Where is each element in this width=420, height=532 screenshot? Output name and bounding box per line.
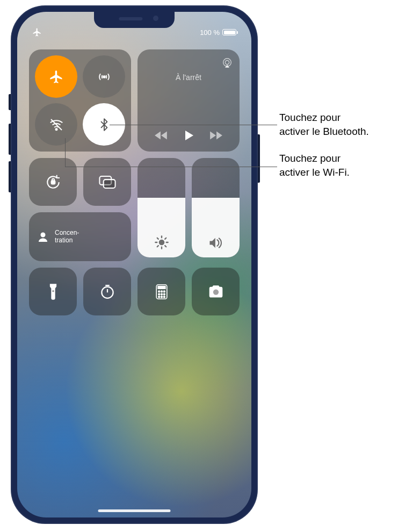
- camera-button[interactable]: [192, 268, 240, 315]
- cellular-data-toggle[interactable]: [83, 55, 125, 98]
- svg-point-27: [158, 293, 160, 295]
- svg-rect-7: [103, 179, 115, 188]
- screen-mirroring-button[interactable]: [83, 158, 131, 206]
- focus-label: Concen- tration: [55, 229, 79, 245]
- airplane-icon: [49, 69, 64, 84]
- battery-percent: 100 %: [200, 28, 220, 37]
- rewind-icon[interactable]: [154, 130, 168, 141]
- screen: 100 %: [17, 12, 251, 517]
- svg-point-33: [213, 289, 218, 294]
- bluetooth-icon: [97, 118, 111, 132]
- battery-icon: [222, 29, 236, 35]
- svg-line-14: [165, 246, 166, 247]
- cellular-icon: [97, 69, 112, 84]
- brightness-icon: [154, 235, 169, 250]
- camera-icon: [207, 285, 225, 299]
- focus-button[interactable]: Concen- tration: [29, 212, 131, 261]
- orientation-lock-button[interactable]: [29, 158, 77, 206]
- svg-line-15: [157, 246, 158, 247]
- timer-button[interactable]: [83, 268, 131, 315]
- svg-point-28: [161, 293, 162, 295]
- svg-line-13: [157, 238, 158, 239]
- status-right: 100 %: [200, 28, 236, 37]
- svg-point-32: [163, 296, 165, 298]
- callout-wifi: Touchez pour activer le Wi-Fi.: [279, 152, 350, 179]
- svg-point-18: [52, 290, 54, 292]
- callout-line-wifi-h: [65, 167, 277, 167]
- svg-point-0: [103, 76, 105, 78]
- screen-mirroring-icon: [98, 175, 117, 190]
- focus-icon: [37, 231, 49, 243]
- flashlight-button[interactable]: [29, 268, 77, 315]
- svg-point-26: [163, 291, 165, 292]
- calculator-icon: [155, 284, 168, 300]
- svg-point-4: [225, 60, 229, 64]
- play-icon[interactable]: [182, 129, 195, 142]
- timer-icon: [99, 284, 115, 300]
- airplane-mode-toggle[interactable]: [35, 55, 77, 98]
- svg-point-24: [158, 291, 160, 292]
- volume-slider[interactable]: [192, 158, 240, 257]
- callout-line-bluetooth: [110, 125, 277, 125]
- brightness-slider[interactable]: [137, 158, 185, 257]
- phone-frame: 100 %: [11, 5, 258, 524]
- media-module[interactable]: À l'arrêt: [137, 49, 240, 152]
- volume-icon: [208, 236, 224, 250]
- svg-point-29: [163, 293, 165, 295]
- svg-point-25: [161, 291, 162, 292]
- wifi-toggle[interactable]: [35, 103, 77, 146]
- svg-rect-23: [158, 286, 165, 289]
- orientation-lock-icon: [45, 174, 62, 191]
- calculator-button[interactable]: [137, 268, 185, 315]
- notch: [94, 12, 175, 28]
- svg-point-31: [161, 296, 162, 298]
- callout-line-wifi-v: [65, 138, 66, 167]
- svg-rect-5: [51, 181, 55, 184]
- flashlight-icon: [48, 283, 58, 300]
- airplane-icon: [32, 27, 42, 37]
- callout-bluetooth: Touchez pour activer le Bluetooth.: [279, 111, 369, 138]
- connectivity-module[interactable]: [29, 49, 131, 152]
- svg-point-30: [158, 296, 160, 298]
- svg-point-17: [41, 232, 46, 237]
- svg-point-8: [158, 240, 164, 246]
- control-center-grid: À l'arrêt: [29, 49, 240, 315]
- svg-line-16: [165, 238, 166, 239]
- home-indicator[interactable]: [98, 509, 171, 512]
- wifi-off-icon: [48, 117, 64, 133]
- status-left: [32, 27, 42, 37]
- svg-point-1: [55, 128, 57, 130]
- media-title: À l'arrêt: [144, 73, 233, 82]
- forward-icon[interactable]: [209, 130, 223, 141]
- airplay-icon[interactable]: [221, 57, 233, 69]
